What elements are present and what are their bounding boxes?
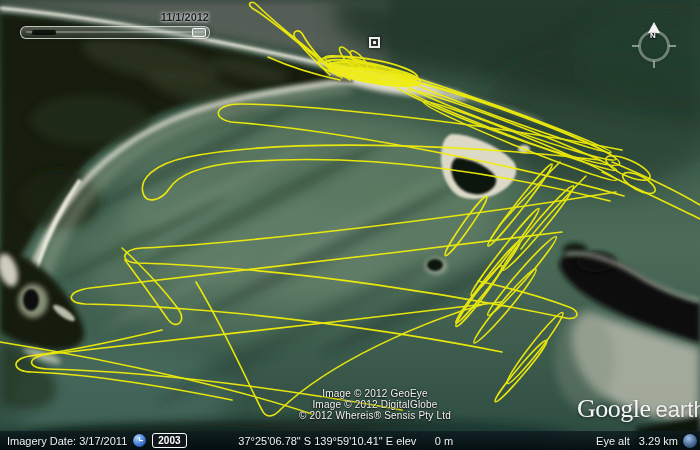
placemark-dot xyxy=(373,41,376,44)
compass-icon[interactable]: N xyxy=(630,22,678,70)
time-slider-range xyxy=(32,30,56,35)
streaming-progress-icon xyxy=(683,434,697,448)
attribution-line-geoeye: Image © 2012 GeoEye xyxy=(280,388,470,399)
status-bar-right: Eye alt 3.29 km xyxy=(596,431,697,450)
historical-imagery-clock-icon[interactable] xyxy=(133,434,146,447)
logo-google-text: Google xyxy=(577,394,651,423)
imagery-date-label: Imagery Date: 3/17/2011 xyxy=(7,435,127,447)
compass-tick-south xyxy=(653,61,655,68)
attribution-line-digitalglobe: Image © 2012 DigitalGlobe xyxy=(280,399,470,410)
compass-tick-east xyxy=(669,45,676,47)
attribution-line-whereis: © 2012 Whereis® Sensis Pty Ltd xyxy=(280,410,470,421)
time-slider[interactable]: 11/1/2012 xyxy=(20,26,210,39)
square-placemark-icon[interactable] xyxy=(369,37,380,48)
attribution: Image © 2012 GeoEye Image © 2012 Digital… xyxy=(280,388,470,421)
imagery-year-badge[interactable]: 2003 xyxy=(152,433,186,448)
coordinates-label: 37°25'06.78" S 139°59'10.41" E elev 0 m xyxy=(238,435,453,447)
eye-altitude-label: Eye alt 3.29 km xyxy=(596,435,678,447)
time-slider-date: 11/1/2012 xyxy=(161,11,209,23)
logo-earth-text: earth xyxy=(656,397,700,422)
time-slider-handle[interactable] xyxy=(192,28,206,37)
status-bar: Imagery Date: 3/17/2011 2003 37°25'06.78… xyxy=(0,431,700,450)
google-earth-logo: Googleearth xyxy=(577,394,700,424)
status-bar-left: Imagery Date: 3/17/2011 2003 xyxy=(7,431,187,450)
google-earth-viewport: 11/1/2012 N Image © 2012 GeoEye Image © … xyxy=(0,0,700,450)
satellite-map[interactable] xyxy=(0,0,700,450)
status-bar-coordinates: 37°25'06.78" S 139°59'10.41" E elev 0 m xyxy=(238,431,453,450)
compass-north-label: N xyxy=(650,31,656,40)
compass-tick-west xyxy=(632,45,639,47)
